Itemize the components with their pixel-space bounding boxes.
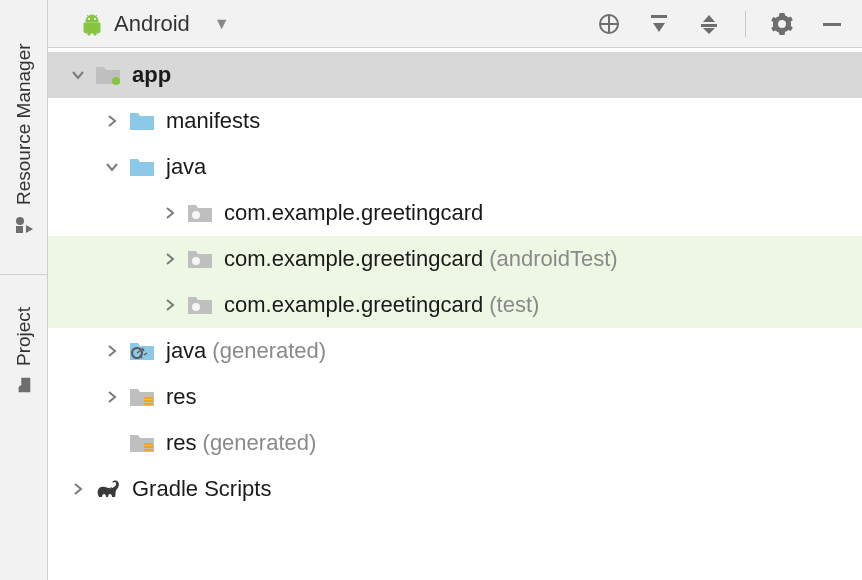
android-icon: [80, 12, 104, 36]
side-tab-project[interactable]: Project: [13, 275, 35, 425]
svg-point-3: [88, 18, 90, 20]
tree-node-manifests[interactable]: manifests: [48, 98, 862, 144]
tree-node-label: com.example.greetingcard: [224, 246, 483, 272]
chevron-right-icon: [100, 385, 124, 409]
tree-node-suffix: (generated): [203, 430, 317, 456]
collapse-all-button[interactable]: [695, 10, 723, 38]
svg-point-14: [112, 77, 120, 85]
svg-rect-0: [16, 226, 23, 233]
svg-point-1: [16, 217, 24, 225]
package-folder-icon: [186, 291, 214, 319]
chevron-down-icon: [100, 155, 124, 179]
header-actions: [595, 10, 854, 38]
tree-node-label: Gradle Scripts: [132, 476, 271, 502]
select-opened-file-button[interactable]: [595, 10, 623, 38]
tree-node-package-test[interactable]: com.example.greetingcard (test): [48, 282, 862, 328]
chevron-right-icon: [158, 293, 182, 317]
tree-node-java-generated[interactable]: java (generated): [48, 328, 862, 374]
tree-node-label: manifests: [166, 108, 260, 134]
svg-rect-8: [651, 15, 667, 18]
folder-icon: [128, 153, 156, 181]
chevron-right-icon: [158, 201, 182, 225]
divider: [745, 11, 746, 37]
view-selector[interactable]: Android ▼: [56, 11, 230, 37]
resource-manager-icon: [14, 214, 34, 236]
svg-marker-9: [653, 23, 665, 32]
tree-node-label: com.example.greetingcard: [224, 292, 483, 318]
generated-folder-icon: [128, 337, 156, 365]
tree-node-res[interactable]: res: [48, 374, 862, 420]
svg-point-15: [192, 211, 200, 219]
chevron-right-icon: [66, 477, 90, 501]
package-folder-icon: [186, 199, 214, 227]
res-folder-icon: [128, 429, 156, 457]
svg-point-17: [192, 303, 200, 311]
side-tab-resource-manager[interactable]: Resource Manager: [13, 4, 35, 274]
chevron-right-icon: [100, 109, 124, 133]
tree-node-label: java: [166, 338, 206, 364]
tree-node-suffix: (test): [489, 292, 539, 318]
side-tab-bar: Resource Manager Project: [0, 0, 48, 580]
tree-node-package-androidtest[interactable]: com.example.greetingcard (androidTest): [48, 236, 862, 282]
chevron-down-icon: ▼: [214, 15, 230, 33]
expand-all-button[interactable]: [645, 10, 673, 38]
tree-node-app[interactable]: app: [48, 52, 862, 98]
tree-node-label: app: [132, 62, 171, 88]
tree-node-res-generated[interactable]: res (generated): [48, 420, 862, 466]
svg-point-16: [192, 257, 200, 265]
folder-icon: [15, 374, 33, 396]
svg-rect-13: [823, 23, 841, 26]
settings-button[interactable]: [768, 10, 796, 38]
tree-node-label: java: [166, 154, 206, 180]
tree-node-gradle-scripts[interactable]: Gradle Scripts: [48, 466, 862, 512]
chevron-down-icon: [66, 63, 90, 87]
view-selector-label: Android: [114, 11, 190, 37]
svg-marker-10: [703, 15, 715, 22]
side-tab-label: Project: [13, 306, 35, 365]
folder-icon: [128, 107, 156, 135]
project-tree: app manifests java: [48, 48, 862, 580]
tree-node-suffix: (generated): [212, 338, 326, 364]
tree-node-label: com.example.greetingcard: [224, 200, 483, 226]
svg-rect-11: [701, 24, 717, 27]
module-folder-icon: [94, 61, 122, 89]
tree-node-suffix: (androidTest): [489, 246, 617, 272]
hide-button[interactable]: [818, 10, 846, 38]
package-folder-icon: [186, 245, 214, 273]
res-folder-icon: [128, 383, 156, 411]
svg-marker-12: [703, 28, 715, 34]
chevron-right-icon: [158, 247, 182, 271]
gradle-icon: [94, 475, 122, 503]
tree-node-label: res: [166, 384, 197, 410]
svg-marker-2: [26, 225, 33, 233]
project-panel: Android ▼: [48, 0, 862, 580]
tree-node-java[interactable]: java: [48, 144, 862, 190]
side-tab-label: Resource Manager: [13, 43, 35, 205]
tree-node-package[interactable]: com.example.greetingcard: [48, 190, 862, 236]
tree-node-label: res: [166, 430, 197, 456]
project-panel-header: Android ▼: [48, 0, 862, 48]
svg-point-4: [94, 18, 96, 20]
chevron-right-icon: [100, 339, 124, 363]
